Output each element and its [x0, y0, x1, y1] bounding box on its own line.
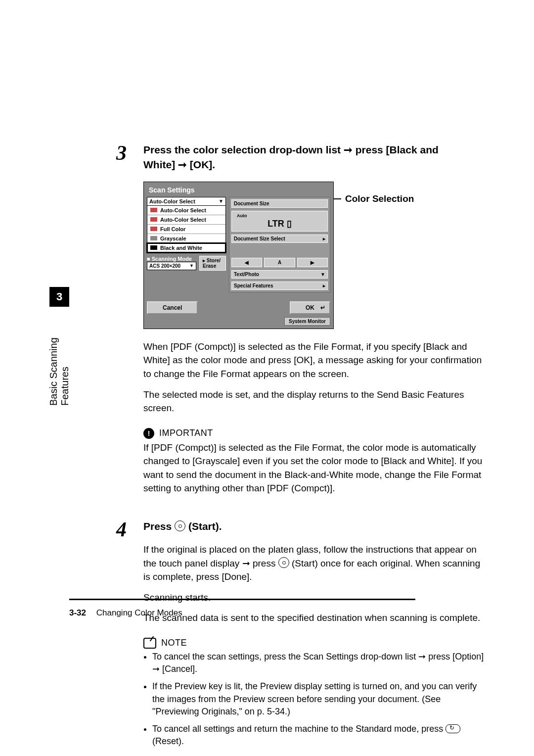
note-item-3: To cancel all settings and return the ma… [152, 723, 490, 748]
cancel-button[interactable]: Cancel [147, 301, 198, 314]
chapter-tab: 3 Basic Scanning Features [49, 287, 69, 406]
step3-number: 3 [116, 142, 127, 163]
dd-item-auto1[interactable]: Auto-Color Select [147, 206, 225, 215]
important-icon: ! [143, 428, 154, 439]
dd-item-grayscale[interactable]: Grayscale [147, 234, 225, 243]
important-text: If [PDF (Compct)] is selected as the Fil… [143, 441, 490, 495]
note-item-2: If the Preview key is lit, the Preview d… [152, 680, 490, 718]
left-nav-button[interactable]: ◀ [231, 258, 262, 267]
screenshot-figure: Color Selection Scan Settings Auto-Color… [143, 182, 415, 329]
color-dropdown-list: Auto-Color Select Auto-Color Select Full… [147, 205, 226, 253]
size-select-button[interactable]: Document Size Select▸ [231, 235, 328, 243]
footer-section: Changing Color Modes [96, 608, 182, 617]
note-label: NOTE [161, 638, 187, 648]
special-features-button[interactable]: Special Features▸ [231, 282, 328, 290]
page-number: 3-32 [69, 608, 86, 617]
step3-para1: When [PDF (Compct)] is selected as the F… [143, 340, 490, 381]
scan-settings-panel: Scan Settings Auto-Color Select Auto-Col… [143, 182, 334, 329]
step3-title-line1: Press the color selection drop-down list… [143, 144, 439, 155]
right-nav-button[interactable]: ▶ [297, 258, 328, 267]
step4-para1: If the original is placed on the platen … [143, 543, 490, 584]
step3-title-line2: White] ➞ [OK]. [143, 159, 215, 170]
reset-key-icon [445, 724, 460, 733]
system-monitor-button[interactable]: System Monitor [284, 317, 330, 326]
step3-para2: The selected mode is set, and the displa… [143, 388, 490, 415]
dd-item-bw[interactable]: Black and White [147, 243, 225, 252]
doc-size-label: Document Size [231, 199, 328, 208]
color-dropdown-head[interactable]: Auto-Color Select [147, 197, 226, 206]
note-item-1: To cancel the scan settings, press the S… [152, 651, 490, 675]
ltr-box: Auto LTR ▯ [231, 211, 328, 232]
text-photo-dropdown[interactable]: Text/Photo▼ [231, 270, 328, 279]
note-list: To cancel the scan settings, press the S… [152, 651, 490, 748]
note-icon [143, 638, 156, 649]
step4-number: 4 [116, 519, 127, 540]
important-row: ! IMPORTANT [143, 428, 490, 439]
page-footer: 3-32 Changing Color Modes [69, 599, 415, 618]
chapter-number: 3 [49, 287, 69, 307]
store-erase-button[interactable]: ▸ Store/ Erase [199, 256, 226, 271]
ok-button[interactable]: OK [290, 301, 330, 314]
step4-title-a: Press [143, 520, 175, 532]
start-key-icon-inline [278, 557, 289, 568]
acs-dropdown[interactable]: ACS 200×200 [147, 262, 196, 270]
panel-title: Scan Settings [147, 185, 330, 197]
callout-color-selection: Color Selection [345, 193, 414, 204]
a-button[interactable]: A [264, 258, 295, 267]
start-key-icon [175, 520, 185, 531]
step4-title: 4 Press (Start). [143, 519, 490, 534]
chapter-label: Basic Scanning Features [49, 307, 69, 406]
scanning-mode-label: ■ Scanning Mode [147, 256, 196, 262]
dd-item-fullcolor[interactable]: Full Color [147, 225, 225, 234]
dd-item-auto2[interactable]: Auto-Color Select [147, 215, 225, 225]
step4-title-b: (Start). [188, 520, 222, 532]
important-label: IMPORTANT [159, 428, 213, 438]
step3-title: 3 Press the color selection drop-down li… [143, 142, 490, 173]
note-row: NOTE [143, 638, 490, 649]
